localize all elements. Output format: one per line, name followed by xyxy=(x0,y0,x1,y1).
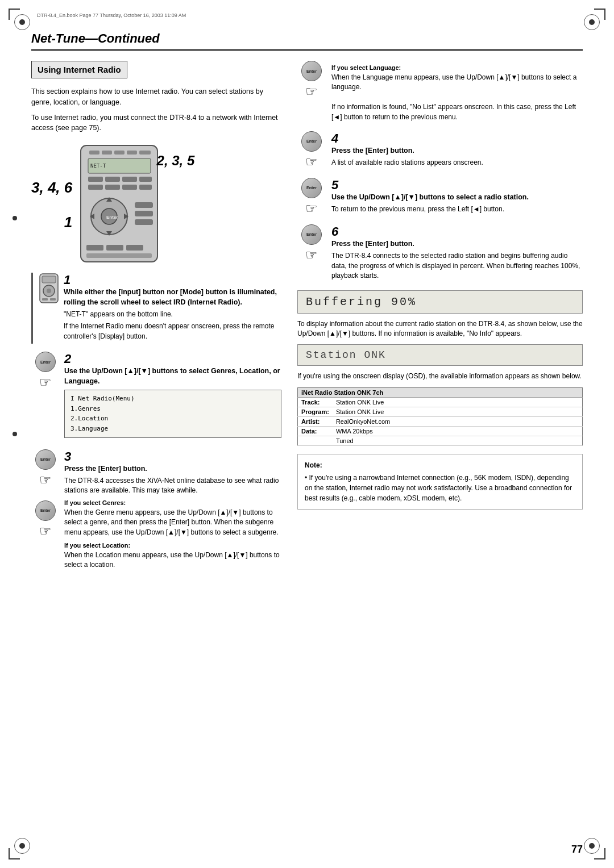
note-label: Note: xyxy=(305,460,575,470)
hand-icon-3b: ☞ xyxy=(39,524,52,538)
info-label-tuned xyxy=(298,436,333,445)
svg-rect-29 xyxy=(86,253,152,258)
step4-icon-col: Enter ☞ xyxy=(297,131,326,169)
svg-rect-11 xyxy=(139,177,152,182)
two-column-layout: Using Internet Radio This section explai… xyxy=(31,61,583,578)
language-label: If you select Language: xyxy=(331,64,583,71)
diagram-label-bottom: 1 xyxy=(64,214,72,231)
svg-rect-2 xyxy=(102,151,112,155)
enter-button-icon-3b: Enter xyxy=(35,500,56,521)
step3-icon-col: Enter ☞ Enter ☞ xyxy=(31,449,60,538)
enter-icon-4: Enter xyxy=(301,131,322,152)
page-title: Net-Tune—Continued xyxy=(31,31,583,51)
left-indicator-mid xyxy=(13,432,17,436)
menu-item-1: 1.Genres xyxy=(70,404,275,414)
svg-rect-1 xyxy=(89,151,99,155)
svg-rect-4 xyxy=(127,151,137,155)
info-value-program: Station ONK Live xyxy=(333,407,583,416)
reg-circle-tr xyxy=(584,14,600,30)
info-label-data: Data: xyxy=(298,426,333,436)
step4-number: 4 xyxy=(331,131,483,146)
info-value-tuned: Tuned xyxy=(333,436,583,445)
title-continued: —Continued xyxy=(85,31,160,45)
hand-icon-5: ☞ xyxy=(305,202,318,215)
reg-circle-br xyxy=(584,838,600,854)
step1-title: While either the [Input] button nor [Mod… xyxy=(64,287,281,307)
svg-rect-34 xyxy=(42,298,48,301)
step1-icon-area xyxy=(39,273,59,304)
step3-container: Enter ☞ Enter ☞ 3 Press the [Enter] butt… xyxy=(31,449,281,570)
remote-icon xyxy=(39,273,59,304)
step3-genres-label: If you select Genres: xyxy=(64,499,281,506)
info-label-track: Track: xyxy=(298,397,333,407)
info-table-row-artist: Artist: RealOnkyoNet.com xyxy=(298,416,583,426)
page-content: Net-Tune—Continued Using Internet Radio … xyxy=(31,31,583,837)
buffering-display: Buffering 90% xyxy=(297,290,583,314)
step3-location-text: When the Location menu appears, use the … xyxy=(64,550,281,570)
language-body: When the Language menu appears, use the … xyxy=(331,73,583,122)
step3-location-label: If you select Location: xyxy=(64,542,281,549)
svg-text:NET-T: NET-T xyxy=(90,163,106,169)
device-diagram-area: 3, 4, 6 1 xyxy=(31,143,281,267)
step1-body: "NET-T" appears on the bottom line. If t… xyxy=(64,310,281,341)
step3-genres-text: When the Genre menu appears, use the Up/… xyxy=(64,508,281,537)
svg-rect-28 xyxy=(126,245,143,251)
device-illustration: NET-T Enter xyxy=(78,143,160,267)
step3-title: Press the [Enter] button. xyxy=(64,464,281,474)
step5-icon-col: Enter ☞ xyxy=(297,178,326,215)
step1-container: 1 While either the [Input] button nor [M… xyxy=(31,273,281,344)
step4-content: 4 Press the [Enter] button. A list of av… xyxy=(331,131,483,168)
menu-item-3: 3.Language xyxy=(70,424,275,434)
svg-rect-27 xyxy=(106,245,123,251)
info-table-row-program: Program: Station ONK Live xyxy=(298,407,583,416)
info-table-row-tuned: Tuned xyxy=(298,436,583,445)
info-label-artist: Artist: xyxy=(298,416,333,426)
intro-line2: To use Internet radio, you must connect … xyxy=(31,112,281,134)
svg-rect-25 xyxy=(135,219,153,225)
step5-container: Enter ☞ 5 Use the Up/Down [▲]/[▼] button… xyxy=(297,178,583,215)
hand-icon-2: ☞ xyxy=(39,375,52,389)
svg-rect-35 xyxy=(50,298,56,301)
right-column: Enter ☞ If you select Language: When the… xyxy=(297,61,583,578)
step1-row: 1 While either the [Input] button nor [M… xyxy=(39,273,281,344)
enter-icon-3b-wrap: Enter xyxy=(35,500,56,521)
reg-circle-tl xyxy=(14,14,30,30)
note-section: Note: • If you're using a narrowband Int… xyxy=(297,454,583,510)
info-table: iNet Radio Station ONK 7ch Track: Statio… xyxy=(297,387,583,446)
note-text: • If you're using a narrowband Internet … xyxy=(305,473,575,503)
step2-icon-col: Enter ☞ xyxy=(31,352,60,389)
step1-content: 1 While either the [Input] button nor [M… xyxy=(64,273,281,344)
step5-content: 5 Use the Up/Down [▲]/[▼] buttons to sel… xyxy=(331,178,529,215)
step6-number: 6 xyxy=(331,224,583,239)
enter-button-icon-2: Enter xyxy=(35,352,56,372)
header-meta: DTR-8.4_En.book Page 77 Thursday, Octobe… xyxy=(37,12,186,18)
section-title-box: Using Internet Radio xyxy=(31,61,127,78)
step2-content: 2 Use the Up/Down [▲]/[▼] buttons to sel… xyxy=(64,352,281,441)
step5-body: To return to the previous menu, press th… xyxy=(331,205,529,214)
step6-icon-col: Enter ☞ xyxy=(297,224,326,262)
left-indicator-top xyxy=(13,216,17,220)
step5-number: 5 xyxy=(331,178,529,193)
enter-icon-6: Enter xyxy=(301,224,322,245)
info-table-row-data: Data: WMA 20kbps xyxy=(298,426,583,436)
step4-container: Enter ☞ 4 Press the [Enter] button. A li… xyxy=(297,131,583,169)
hand-icon-4: ☞ xyxy=(305,155,318,169)
title-main: Net-Tune xyxy=(31,31,85,45)
language-section: Enter ☞ If you select Language: When the… xyxy=(297,61,583,122)
info-value-track: Station ONK Live xyxy=(333,397,583,407)
page-number: 77 xyxy=(571,844,583,856)
svg-rect-5 xyxy=(139,151,151,155)
svg-rect-26 xyxy=(86,245,103,251)
svg-rect-15 xyxy=(139,185,152,190)
step6-container: Enter ☞ 6 Press the [Enter] button. The … xyxy=(297,224,583,281)
step6-body: The DTR-8.4 connects to the selected rad… xyxy=(331,251,583,281)
enter-icon-lang: Enter xyxy=(301,61,322,81)
step6-title: Press the [Enter] button. xyxy=(331,239,583,249)
step2-title: Use the Up/Down [▲]/[▼] buttons to selec… xyxy=(64,366,281,386)
step5-title: Use the Up/Down [▲]/[▼] buttons to selec… xyxy=(331,193,529,203)
step2-container: Enter ☞ 2 Use the Up/Down [▲]/[▼] button… xyxy=(31,352,281,441)
station-display: Station ONK xyxy=(297,344,583,366)
svg-text:Enter: Enter xyxy=(106,215,118,220)
svg-rect-9 xyxy=(105,177,120,182)
step4-title: Press the [Enter] button. xyxy=(331,146,483,156)
